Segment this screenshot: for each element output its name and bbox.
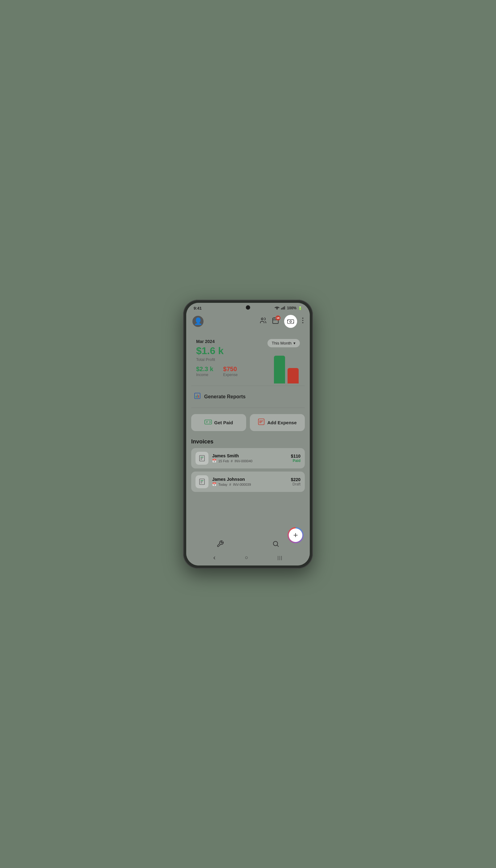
income-block: $2.3 k Income [196, 366, 213, 377]
invoice-meta-2: 📅 Today # INV-000039 [212, 482, 287, 486]
add-expense-button[interactable]: Add Expense [250, 414, 305, 431]
invoice-name-2: James Johnson [212, 477, 287, 482]
search-button[interactable] [272, 540, 279, 549]
invoice-amount-block-1: $110 Paid [291, 454, 300, 463]
reports-icon [193, 392, 201, 401]
contacts-button[interactable] [260, 317, 267, 326]
calendar-button[interactable]: 18 [272, 317, 279, 326]
top-navigation: 👤 [186, 313, 310, 330]
svg-point-16 [303, 322, 304, 323]
get-paid-label: Get Paid [214, 420, 233, 425]
svg-rect-20 [198, 395, 199, 398]
svg-rect-1 [281, 308, 282, 309]
avatar[interactable]: 👤 [192, 316, 203, 327]
chevron-down-icon: ▾ [293, 341, 296, 346]
phone-device: 9:41 10 [183, 300, 313, 568]
invoice-date-1: 15 Feb [218, 459, 229, 463]
status-time: 9:41 [193, 306, 202, 310]
invoice-item-2[interactable]: James Johnson 📅 Today # INV-000039 $220 … [191, 472, 305, 492]
svg-rect-2 [282, 307, 283, 309]
svg-point-14 [303, 318, 304, 319]
home-button[interactable]: ○ [245, 554, 248, 561]
invoices-title: Invoices [191, 439, 305, 445]
status-icons: 100% 🔋 [275, 306, 303, 310]
status-bar: 9:41 10 [186, 303, 310, 313]
invoice-date-2: Today [218, 483, 227, 486]
battery-label: 100% [287, 306, 296, 310]
invoice-icon-2 [196, 475, 208, 488]
invoice-name-1: James Smith [212, 453, 287, 458]
svg-rect-4 [284, 306, 285, 310]
invoice-status-2: Draft [291, 482, 300, 486]
svg-point-34 [273, 542, 278, 546]
svg-line-35 [277, 545, 279, 546]
filter-button[interactable]: This Month ▾ [267, 339, 300, 347]
hash-icon-1: # [231, 459, 233, 463]
main-content: Mar 2024 This Month ▾ $1.6 k Total Profi… [186, 330, 310, 537]
get-paid-button[interactable]: Get Paid [191, 414, 246, 431]
svg-rect-3 [283, 307, 284, 309]
phone-screen: 9:41 10 [186, 303, 310, 565]
generate-reports-button[interactable]: Generate Reports [186, 389, 310, 405]
more-button[interactable] [302, 317, 304, 325]
camera-notch [246, 305, 250, 310]
invoice-item[interactable]: James Smith 📅 15 Feb # INV-000040 $110 P… [191, 448, 305, 469]
svg-rect-10 [288, 320, 294, 323]
android-navigation: ‹ ○ ||| [186, 551, 310, 565]
income-value: $2.3 k [196, 366, 213, 373]
add-expense-icon [258, 418, 265, 427]
chart-bar-income [274, 356, 285, 383]
profit-chart [274, 350, 299, 383]
svg-point-15 [303, 320, 304, 321]
filter-label: This Month [272, 341, 292, 346]
expense-block: $750 Expense [223, 366, 238, 377]
calendar-badge: 18 [276, 316, 280, 320]
fab-inner: + [289, 529, 303, 542]
invoice-amount-block-2: $220 Draft [291, 477, 300, 486]
wifi-icon [275, 306, 279, 310]
money-button[interactable] [284, 315, 297, 328]
tools-button[interactable] [217, 540, 224, 549]
invoice-meta-1: 📅 15 Feb # INV-000040 [212, 459, 287, 463]
svg-point-5 [261, 318, 263, 320]
invoice-details-1: James Smith 📅 15 Feb # INV-000040 [212, 453, 287, 463]
divider-2 [191, 408, 305, 408]
svg-point-0 [277, 309, 278, 310]
svg-point-11 [290, 320, 292, 322]
expense-label: Expense [223, 373, 238, 377]
generate-reports-label: Generate Reports [204, 394, 246, 399]
recents-button[interactable]: ||| [278, 555, 283, 560]
invoice-number-1: INV-000040 [234, 459, 252, 463]
signal-icon [281, 306, 285, 310]
hash-icon-2: # [229, 483, 231, 486]
action-buttons: Get Paid Add Expense [186, 410, 310, 435]
plus-icon: + [293, 530, 298, 540]
calendar-small-icon: 📅 [212, 459, 217, 463]
invoice-number-2: INV-000039 [233, 483, 251, 486]
battery-icon: 🔋 [298, 306, 303, 310]
summary-card: Mar 2024 This Month ▾ $1.6 k Total Profi… [191, 334, 305, 382]
nav-icons: 18 [260, 315, 304, 328]
svg-rect-18 [196, 396, 197, 398]
fab-button[interactable]: + [288, 527, 304, 543]
chart-bar-expense [288, 368, 299, 383]
invoice-status-1: Paid [291, 459, 300, 463]
svg-rect-19 [197, 395, 198, 398]
spacer [186, 495, 310, 517]
invoice-amount-1: $110 [291, 454, 300, 459]
back-button[interactable]: ‹ [213, 554, 215, 562]
expense-value: $750 [223, 366, 238, 373]
income-label: Income [196, 373, 213, 377]
invoice-details-2: James Johnson 📅 Today # INV-000039 [212, 477, 287, 486]
add-expense-label: Add Expense [267, 420, 296, 425]
invoices-section: Invoices James Smith 📅 [186, 435, 310, 492]
calendar-small-icon-2: 📅 [212, 482, 217, 486]
get-paid-icon [204, 419, 212, 426]
invoice-amount-2: $220 [291, 477, 300, 482]
invoice-icon-1 [196, 452, 208, 465]
divider-1 [191, 386, 305, 386]
